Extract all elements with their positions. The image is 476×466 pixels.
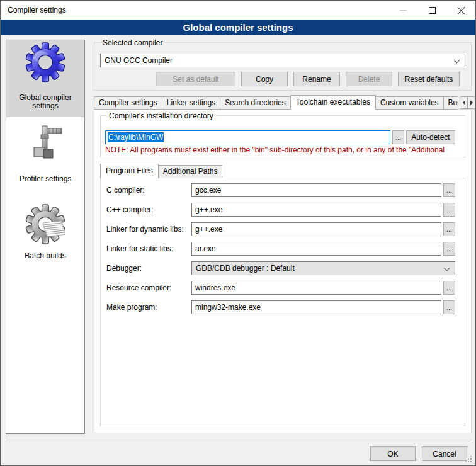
form-row: C++ compiler: g++.exe ... [94, 203, 472, 217]
tab-scroll-arrows [460, 96, 475, 109]
resource-compiler-browse-button[interactable]: ... [443, 281, 455, 295]
tab-program-files[interactable]: Program Files [100, 164, 159, 178]
cpp-compiler-input[interactable]: g++.exe [191, 203, 441, 217]
debugger-select-value: GDB/CDB debugger : Default [196, 264, 295, 273]
field-label: Linker for static libs: [106, 242, 190, 256]
tab-additional-paths[interactable]: Additional Paths [158, 165, 223, 178]
form-row: Resource compiler: windres.exe ... [94, 281, 472, 295]
c-compiler-input[interactable]: gcc.exe [191, 183, 441, 197]
field-value: mingw32-make.exe [195, 303, 261, 312]
minimize-icon [400, 10, 407, 11]
window-title: Compiler settings [1, 6, 66, 14]
c-compiler-browse-button[interactable]: ... [443, 183, 455, 197]
main-tab-strip: Compiler settings Linker settings Search… [94, 95, 458, 110]
compiler-select[interactable]: GNU GCC Compiler [100, 54, 465, 67]
tab-build-options[interactable]: Build options [443, 96, 458, 110]
arrow-left-icon [463, 100, 465, 105]
form-row: Linker for dynamic libs: g++.exe ... [94, 222, 472, 236]
chevron-down-icon [454, 57, 460, 64]
compiler-select-value: GNU GCC Compiler [105, 56, 173, 65]
field-label: Make program: [106, 300, 190, 314]
field-value: windres.exe [195, 283, 235, 292]
dynamic-linker-input[interactable]: g++.exe [191, 222, 441, 236]
maximize-icon [429, 7, 436, 14]
maximize-button[interactable] [417, 1, 446, 20]
field-label: C++ compiler: [106, 203, 190, 217]
gray-gear-stack-icon [25, 204, 65, 244]
make-program-input[interactable]: mingw32-make.exe [191, 300, 441, 314]
close-button[interactable] [446, 1, 475, 20]
minimize-button[interactable] [388, 1, 417, 20]
ok-button[interactable]: OK [370, 446, 416, 461]
copy-button[interactable]: Copy [241, 72, 288, 86]
selected-text: C:\raylib\MinGW [108, 132, 164, 142]
field-value: ar.exe [195, 244, 216, 253]
resource-compiler-input[interactable]: windres.exe [191, 281, 441, 295]
sidebar-item-batch-builds[interactable]: Batch builds [6, 188, 84, 263]
static-linker-input[interactable]: ar.exe [191, 242, 441, 256]
settings-category-list: Global compiler settings Profiler settin… [6, 40, 85, 434]
form-row: Make program: mingw32-make.exe ... [94, 300, 472, 314]
dynamic-linker-browse-button[interactable]: ... [443, 222, 455, 236]
sidebar-item-profiler-settings[interactable]: Profiler settings [6, 117, 84, 188]
cpp-compiler-browse-button[interactable]: ... [443, 203, 455, 217]
field-value: g++.exe [195, 205, 222, 214]
sidebar-item-label: Global compiler settings [6, 94, 84, 110]
delete-button[interactable]: Delete [346, 72, 392, 86]
field-value: gcc.exe [195, 186, 221, 195]
field-label: Linker for dynamic libs: [106, 222, 190, 236]
sidebar-item-global-compiler-settings[interactable]: Global compiler settings [6, 40, 84, 117]
make-program-browse-button[interactable]: ... [443, 300, 455, 314]
form-row: Linker for static libs: ar.exe ... [94, 242, 472, 256]
window-titlebar: Compiler settings [1, 1, 475, 20]
set-as-default-button[interactable]: Set as default [156, 72, 235, 86]
tab-scroll-right-button[interactable] [467, 96, 475, 109]
footer-divider [6, 440, 472, 440]
group-legend: Selected compiler [100, 38, 165, 47]
tab-linker-settings[interactable]: Linker settings [162, 96, 220, 110]
rename-button[interactable]: Rename [293, 72, 340, 86]
close-icon [457, 6, 465, 14]
browse-directory-button[interactable]: ... [392, 130, 404, 144]
compiler-settings-dialog: Compiler settings Global compiler settin… [0, 0, 476, 466]
caliper-icon [25, 125, 65, 165]
installation-directory-input[interactable]: C:\raylib\MinGW [105, 130, 390, 144]
window-controls [388, 1, 475, 20]
form-row: Debugger: GDB/CDB debugger : Default [94, 261, 472, 275]
form-row: C compiler: gcc.exe ... [94, 183, 472, 197]
chevron-down-icon [444, 265, 450, 271]
program-tab-strip: Program Files Additional Paths [100, 164, 222, 178]
compiler-buttons-row: Set as default Copy Rename Delete Reset … [94, 72, 460, 86]
blue-gear-icon [25, 42, 65, 82]
sidebar-item-label: Profiler settings [20, 175, 72, 183]
static-linker-browse-button[interactable]: ... [443, 242, 455, 256]
field-label: C compiler: [106, 183, 190, 197]
group-legend: Compiler's installation directory [106, 111, 216, 120]
tab-custom-variables[interactable]: Custom variables [375, 96, 444, 110]
cancel-button[interactable]: Cancel [422, 446, 467, 461]
note-text: NOTE: All programs must exist either in … [105, 145, 462, 154]
field-label: Resource compiler: [106, 281, 190, 295]
debugger-select[interactable]: GDB/CDB debugger : Default [191, 261, 455, 275]
field-value: g++.exe [195, 225, 222, 234]
tab-search-directories[interactable]: Search directories [220, 96, 291, 110]
reset-defaults-button[interactable]: Reset defaults [398, 72, 460, 86]
sidebar-item-label: Batch builds [25, 252, 65, 260]
tab-toolchain-executables[interactable]: Toolchain executables [290, 95, 376, 110]
tab-compiler-settings[interactable]: Compiler settings [94, 96, 162, 110]
auto-detect-button[interactable]: Auto-detect [406, 130, 455, 144]
field-label: Debugger: [106, 261, 190, 275]
arrow-right-icon [470, 100, 473, 105]
dialog-header: Global compiler settings [1, 20, 475, 35]
resize-grip[interactable] [465, 455, 472, 463]
